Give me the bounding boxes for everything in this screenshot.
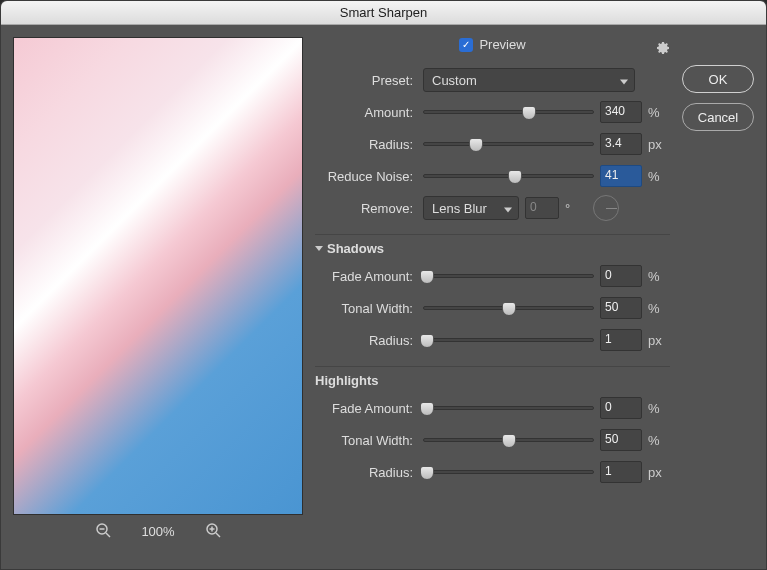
shadows-fade-input[interactable]: 0 xyxy=(600,265,642,287)
preset-select[interactable]: Custom xyxy=(423,68,635,92)
preview-image[interactable] xyxy=(13,37,303,515)
radius-row: Radius: 3.4 px xyxy=(315,128,670,160)
radius-input[interactable]: 3.4 xyxy=(600,133,642,155)
preview-checkbox[interactable] xyxy=(459,38,473,52)
dialog-buttons: OK Cancel xyxy=(682,37,754,557)
svg-line-1 xyxy=(106,533,110,537)
shadows-radius-slider[interactable] xyxy=(423,338,594,342)
shadows-tonal-input[interactable]: 50 xyxy=(600,297,642,319)
highlights-radius-slider[interactable] xyxy=(423,470,594,474)
angle-dial[interactable] xyxy=(593,195,619,221)
remove-select[interactable]: Lens Blur xyxy=(423,196,519,220)
zoom-out-icon[interactable] xyxy=(95,522,111,541)
amount-input[interactable]: 340 xyxy=(600,101,642,123)
chevron-down-icon xyxy=(315,246,323,251)
highlights-radius-input[interactable]: 1 xyxy=(600,461,642,483)
radius-slider[interactable] xyxy=(423,142,594,146)
shadows-radius-input[interactable]: 1 xyxy=(600,329,642,351)
preset-label: Preset: xyxy=(315,73,423,88)
remove-row: Remove: Lens Blur 0 ° xyxy=(315,192,670,224)
angle-input: 0 xyxy=(525,197,559,219)
reduce-noise-label: Reduce Noise: xyxy=(315,169,423,184)
shadows-fade-slider[interactable] xyxy=(423,274,594,278)
highlights-fade-input[interactable]: 0 xyxy=(600,397,642,419)
zoom-bar: 100% xyxy=(13,515,303,547)
zoom-level: 100% xyxy=(141,524,174,539)
reduce-noise-thumb[interactable] xyxy=(508,170,522,184)
ok-button[interactable]: OK xyxy=(682,65,754,93)
amount-row: Amount: 340 % xyxy=(315,96,670,128)
shadows-tonal-slider[interactable] xyxy=(423,306,594,310)
amount-thumb[interactable] xyxy=(522,106,536,120)
titlebar[interactable]: Smart Sharpen xyxy=(1,1,766,25)
zoom-in-icon[interactable] xyxy=(205,522,221,541)
cancel-button[interactable]: Cancel xyxy=(682,103,754,131)
highlights-fade-slider[interactable] xyxy=(423,406,594,410)
radius-label: Radius: xyxy=(315,137,423,152)
amount-label: Amount: xyxy=(315,105,423,120)
smart-sharpen-dialog: Smart Sharpen 100% Preview xyxy=(0,0,767,570)
chevron-down-icon xyxy=(504,201,512,216)
reduce-noise-slider[interactable] xyxy=(423,174,594,178)
controls-panel: Preview Preset: Custom Amount: xyxy=(315,37,670,557)
amount-slider[interactable] xyxy=(423,110,594,114)
preset-row: Preset: Custom xyxy=(315,64,670,96)
highlights-tonal-slider[interactable] xyxy=(423,438,594,442)
preview-label: Preview xyxy=(479,37,525,52)
window-title: Smart Sharpen xyxy=(340,5,427,20)
shadows-section[interactable]: Shadows xyxy=(315,241,670,256)
svg-line-4 xyxy=(216,533,220,537)
highlights-section: Highlights xyxy=(315,373,670,388)
gear-icon[interactable] xyxy=(654,39,670,58)
reduce-noise-input[interactable]: 41 xyxy=(600,165,642,187)
radius-thumb[interactable] xyxy=(469,138,483,152)
highlights-tonal-input[interactable]: 50 xyxy=(600,429,642,451)
chevron-down-icon xyxy=(620,73,628,88)
reduce-noise-row: Reduce Noise: 41 % xyxy=(315,160,670,192)
left-panel: 100% xyxy=(13,37,303,557)
remove-label: Remove: xyxy=(315,201,423,216)
